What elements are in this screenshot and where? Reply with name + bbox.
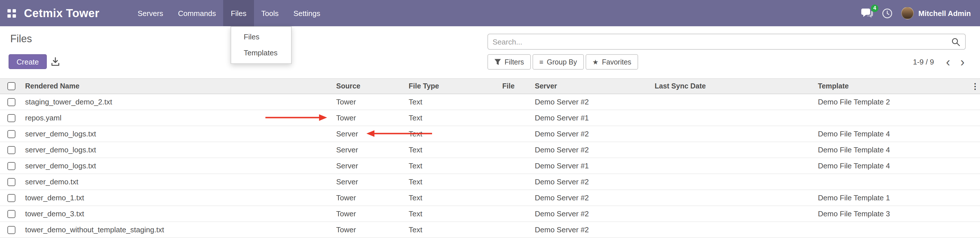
export-icon <box>51 57 60 66</box>
cell-template <box>816 110 970 126</box>
cell-last-sync-date <box>652 190 816 206</box>
cell-template <box>816 222 970 238</box>
cell-file <box>500 222 533 238</box>
cell-last-sync-date <box>652 142 816 158</box>
cell-file-type: Text <box>406 174 500 190</box>
nav-item-commands[interactable]: Commands <box>171 0 223 26</box>
cell-last-sync-date <box>652 222 816 238</box>
cell-file <box>500 174 533 190</box>
select-all-checkbox[interactable] <box>8 83 16 90</box>
cell-rendered-name: server_demo.txt <box>23 174 334 190</box>
user-name: Mitchell Admin <box>918 9 971 17</box>
export-button[interactable] <box>47 54 64 69</box>
cell-source: Server <box>334 142 406 158</box>
row-checkbox[interactable] <box>8 194 16 202</box>
dropdown-item-files[interactable]: Files <box>231 29 291 45</box>
cell-rendered-name: server_demo_logs.txt <box>23 142 334 158</box>
cell-template <box>816 174 970 190</box>
user-menu-button[interactable]: Mitchell Admin <box>901 7 971 19</box>
apps-menu-button[interactable] <box>0 0 23 26</box>
column-header-file[interactable]: File <box>500 78 533 94</box>
table-row[interactable]: staging_tower_demo_2.txt Tower Text Demo… <box>0 94 980 110</box>
filters-button[interactable]: Filters <box>487 54 531 70</box>
column-header-source[interactable]: Source <box>334 78 406 94</box>
cell-source: Tower <box>334 94 406 110</box>
cell-rendered-name: repos.yaml <box>23 110 334 126</box>
cell-file <box>500 142 533 158</box>
cell-template: Demo File Template 1 <box>816 190 970 206</box>
cell-file <box>500 126 533 142</box>
cell-source: Server <box>334 174 406 190</box>
messages-menu-button[interactable]: 4 <box>861 8 873 19</box>
cell-last-sync-date <box>652 126 816 142</box>
cell-file <box>500 94 533 110</box>
pager: 1-9 / 9 ‹ › <box>913 54 969 70</box>
main-menu: Servers Commands Files Tools Settings <box>130 0 328 26</box>
nav-item-servers[interactable]: Servers <box>130 0 171 26</box>
table-row[interactable]: server_demo_logs.txt Server Text Demo Se… <box>0 126 980 142</box>
column-header-rendered-name[interactable]: Rendered Name <box>23 78 334 94</box>
nav-item-tools[interactable]: Tools <box>254 0 286 26</box>
cell-server: Demo Server #1 <box>533 110 652 126</box>
column-header-file-type[interactable]: File Type <box>406 78 500 94</box>
cell-source: Tower <box>334 206 406 222</box>
select-all-cell <box>0 78 23 94</box>
optional-columns-toggle-icon[interactable]: ⋮ <box>971 82 979 91</box>
cell-source: Tower <box>334 190 406 206</box>
cell-server: Demo Server #1 <box>533 158 652 174</box>
cell-file <box>500 158 533 174</box>
cell-server: Demo Server #2 <box>533 222 652 238</box>
cell-server: Demo Server #2 <box>533 142 652 158</box>
row-checkbox[interactable] <box>8 146 16 154</box>
cell-template: Demo File Template 4 <box>816 158 970 174</box>
pager-next-button[interactable]: › <box>956 56 969 68</box>
column-header-template[interactable]: Template <box>816 78 970 94</box>
files-menu-dropdown: Files Templates <box>231 26 292 64</box>
favorites-label: Favorites <box>602 58 631 66</box>
table-row[interactable]: tower_demo_1.txt Tower Text Demo Server … <box>0 190 980 206</box>
row-checkbox[interactable] <box>8 98 16 106</box>
cell-template: Demo File Template 2 <box>816 94 970 110</box>
cell-template: Demo File Template 4 <box>816 142 970 158</box>
cell-file <box>500 190 533 206</box>
messages-count-badge: 4 <box>871 4 878 12</box>
activities-menu-button[interactable] <box>882 8 892 19</box>
column-header-last-sync-date[interactable]: Last Sync Date <box>652 78 816 94</box>
brand-title[interactable]: Cetmix Tower <box>23 0 100 26</box>
table-row[interactable]: tower_demo_3.txt Tower Text Demo Server … <box>0 206 980 222</box>
row-checkbox[interactable] <box>8 226 16 234</box>
dropdown-item-templates[interactable]: Templates <box>231 45 291 61</box>
row-checkbox[interactable] <box>8 162 16 170</box>
cell-file-type: Text <box>406 190 500 206</box>
pager-previous-button[interactable]: ‹ <box>942 56 954 68</box>
column-header-server[interactable]: Server <box>533 78 652 94</box>
row-checkbox[interactable] <box>8 114 16 122</box>
cell-server: Demo Server #2 <box>533 174 652 190</box>
cell-file-type: Text <box>406 206 500 222</box>
table-row[interactable]: server_demo.txt Server Text Demo Server … <box>0 174 980 190</box>
table-row[interactable]: server_demo_logs.txt Server Text Demo Se… <box>0 142 980 158</box>
search-icon[interactable] <box>946 37 965 46</box>
group-by-button[interactable]: ≡ Group By <box>533 54 584 70</box>
table-row[interactable]: server_demo_logs.txt Server Text Demo Se… <box>0 158 980 174</box>
row-checkbox-cell <box>0 110 23 126</box>
table-row[interactable]: repos.yaml Tower Text Demo Server #1 <box>0 110 980 126</box>
row-checkbox[interactable] <box>8 210 16 218</box>
navbar-right: 4 Mitchell Admin <box>861 0 980 26</box>
table-header-row: Rendered Name Source File Type File Serv… <box>0 78 980 94</box>
favorites-button[interactable]: ★ Favorites <box>585 54 638 70</box>
funnel-icon <box>494 59 501 65</box>
nav-item-settings[interactable]: Settings <box>286 0 328 26</box>
cell-file <box>500 110 533 126</box>
row-checkbox[interactable] <box>8 178 16 186</box>
create-button[interactable]: Create <box>9 54 47 69</box>
search-input[interactable] <box>488 34 946 49</box>
table-row[interactable]: tower_demo_without_template_staging.txt … <box>0 222 980 238</box>
nav-item-files[interactable]: Files <box>223 0 254 26</box>
cell-rendered-name: staging_tower_demo_2.txt <box>23 94 334 110</box>
row-checkbox-cell <box>0 142 23 158</box>
cell-source: Tower <box>334 110 406 126</box>
row-checkbox-cell <box>0 222 23 238</box>
row-checkbox[interactable] <box>8 130 16 138</box>
cell-last-sync-date <box>652 94 816 110</box>
